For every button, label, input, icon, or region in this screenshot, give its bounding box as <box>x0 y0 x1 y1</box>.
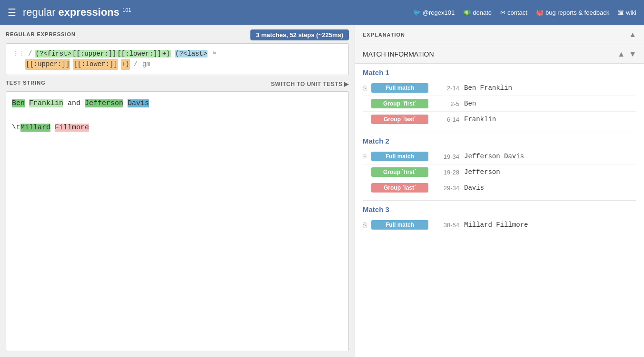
match-1-title: Match 1 <box>363 68 636 77</box>
match-3-block: Match 3 ⎘ Full match 38-54 Millard Fillm… <box>355 201 644 237</box>
menu-icon[interactable]: ☰ <box>8 7 16 18</box>
left-panel: REGULAR EXPRESSION 3 matches, 52 steps (… <box>0 25 355 357</box>
twitter-icon: 🐦 <box>413 9 421 16</box>
token-lower-class: [[:lower:]] <box>117 50 161 58</box>
nav-bugs-label: bug reports & feedback <box>545 9 609 16</box>
match-2-last-badge: Group `last` <box>371 183 428 193</box>
match-1-block: Match 1 ⎘ Full match 2-14 Ben Franklin ⎘… <box>355 64 644 132</box>
match-2-last-value: Davis <box>464 184 636 192</box>
brand: regular expressions 101 <box>23 6 413 19</box>
nav-twitter[interactable]: 🐦 @regex101 <box>413 9 455 16</box>
match-2-last-range: 29-34 <box>433 184 459 192</box>
regex-delimiter-open: / <box>28 48 32 59</box>
match-info-chevron[interactable]: ▼ <box>629 50 636 58</box>
token-group-first-open: (?<first> <box>35 50 72 58</box>
match-3-full-value: Millard Fillmore <box>464 221 636 229</box>
match-1-last-row: ⎘ Group `last` 6-14 Franklin <box>363 112 636 127</box>
brand-version: 101 <box>122 7 131 13</box>
match-1-last-value: Franklin <box>464 116 636 123</box>
main-layout: REGULAR EXPRESSION 3 matches, 52 steps (… <box>0 25 644 357</box>
regex-drag-handle: ⋮⋮ <box>12 48 25 59</box>
match-info-header: MATCH INFORMATION ▲ ▼ <box>355 45 644 64</box>
match-3-full-range: 38-54 <box>433 222 459 229</box>
explanation-header: EXPLANATION ▲ <box>355 25 644 45</box>
test-line-1: Ben Franklin and Jefferson Davis <box>12 97 343 110</box>
match-3-full-row: ⎘ Full match 38-54 Millard Fillmore <box>363 217 636 232</box>
nav-wiki[interactable]: 🏛 wiki <box>618 9 636 16</box>
match-2-first-value: Jefferson <box>464 168 636 176</box>
tab-text: \t <box>12 124 20 132</box>
regex-delimiter-close: / <box>134 59 138 69</box>
token-lower-class-2: [[:lower:]] <box>73 59 118 69</box>
test-string-area[interactable]: Ben Franklin and Jefferson Davis \tMilla… <box>6 91 349 351</box>
regex-flags: gm <box>142 59 150 69</box>
regex-content: (?<first>[[:upper:]][[:lower:]]+) (?<las… <box>35 48 208 59</box>
match-2-full-range: 19-34 <box>433 153 459 160</box>
test-line-2: \tMillard Fillmore <box>12 122 343 134</box>
match-2-block: Match 2 ⎘ Full match 19-34 Jefferson Dav… <box>355 132 644 200</box>
bug-icon: 🐙 <box>536 9 544 16</box>
match-info-label: MATCH INFORMATION <box>363 50 434 58</box>
match3-first: Millard <box>20 124 50 132</box>
brand-expressions: expressions <box>59 6 119 18</box>
test-string-section: TEST STRING SWITCH TO UNIT TESTS ▶ Ben F… <box>6 80 349 351</box>
match-badge: 3 matches, 52 steps (~225ms) <box>250 29 349 40</box>
test-string-header: TEST STRING SWITCH TO UNIT TESTS ▶ <box>6 80 349 88</box>
contact-icon: ✉ <box>500 9 505 16</box>
token-plus-paren-2: +) <box>121 59 130 69</box>
nav-donate[interactable]: 💵 donate <box>463 9 492 16</box>
match-2-last-row: ⎘ Group `last` 29-34 Davis <box>363 180 636 195</box>
explanation-chevron[interactable]: ▲ <box>629 30 636 39</box>
nav-wiki-label: wiki <box>626 9 636 16</box>
match2-last: Davis <box>128 99 149 107</box>
match-2-first-range: 19-28 <box>433 169 459 176</box>
match-1-first-badge: Group `first` <box>371 99 428 108</box>
wiki-icon: 🏛 <box>618 9 624 16</box>
match-info-scroll-up[interactable]: ▲ <box>617 50 625 58</box>
nav-contact[interactable]: ✉ contact <box>500 9 527 16</box>
match-2-first-row: ⎘ Group `first` 19-28 Jefferson <box>363 164 636 180</box>
match-3-full-badge: Full match <box>371 220 428 230</box>
match-2-full-badge: Full match <box>371 152 428 161</box>
header: ☰ regular expressions 101 🐦 @regex101 💵 … <box>0 0 644 25</box>
match-copy-icon-2[interactable]: ⎘ <box>363 153 367 160</box>
match-2-full-row: ⎘ Full match 19-34 Jefferson Davis <box>363 149 636 164</box>
nav-contact-label: contact <box>507 9 527 16</box>
explanation-label: EXPLANATION <box>363 32 405 38</box>
match1-last: Franklin <box>29 99 63 107</box>
switch-to-unit-tests[interactable]: SWITCH TO UNIT TESTS ▶ <box>271 81 349 87</box>
match-1-first-value: Ben <box>464 100 636 107</box>
nav-donate-label: donate <box>473 9 492 16</box>
match-2-first-badge: Group `first` <box>371 167 428 177</box>
token-group-last-open: (?<last> <box>175 50 208 58</box>
match-1-full-range: 2-14 <box>433 85 459 92</box>
match2-first: Jefferson <box>85 99 123 107</box>
regex-section-label: REGULAR EXPRESSION <box>6 31 76 37</box>
match1-first: Ben <box>12 99 25 107</box>
nav-twitter-label: @regex101 <box>423 9 455 16</box>
match-1-full-row: ⎘ Full match 2-14 Ben Franklin <box>363 80 636 96</box>
brand-regular: regular <box>23 6 55 18</box>
match-info-content: Match 1 ⎘ Full match 2-14 Ben Franklin ⎘… <box>355 64 644 357</box>
match-1-full-badge: Full match <box>371 83 428 93</box>
match-1-last-range: 6-14 <box>433 116 459 123</box>
match-2-full-value: Jefferson Davis <box>464 153 636 160</box>
match-1-full-value: Ben Franklin <box>464 84 636 92</box>
match-1-last-badge: Group `last` <box>371 115 428 124</box>
regex-editor[interactable]: ⋮⋮ / (?<first>[[:upper:]][[:lower:]]+) (… <box>6 43 349 75</box>
token-upper-class-2: [[:upper:]] <box>25 59 70 69</box>
match-3-title: Match 3 <box>363 205 636 213</box>
match-1-first-range: 2-5 <box>433 100 459 107</box>
match-copy-icon-1[interactable]: ⎘ <box>363 84 367 92</box>
donate-icon: 💵 <box>463 9 471 16</box>
token-upper-class: [[:upper:]] <box>72 50 117 58</box>
token-plus-paren: +) <box>162 50 171 58</box>
test-string-label: TEST STRING <box>6 80 46 86</box>
match-copy-icon-3[interactable]: ⎘ <box>363 221 367 229</box>
nav-bugs[interactable]: 🐙 bug reports & feedback <box>536 9 609 16</box>
match-2-title: Match 2 <box>363 137 636 145</box>
regex-flag-icon: ⚑ <box>212 48 216 59</box>
header-nav: 🐦 @regex101 💵 donate ✉ contact 🐙 bug rep… <box>413 9 636 16</box>
right-panel: EXPLANATION ▲ MATCH INFORMATION ▲ ▼ Matc… <box>355 25 644 357</box>
regex-section: REGULAR EXPRESSION 3 matches, 52 steps (… <box>6 30 349 75</box>
